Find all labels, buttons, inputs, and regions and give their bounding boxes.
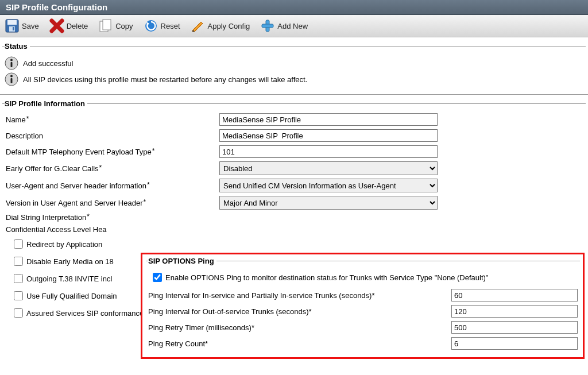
- ping-interval-out-input[interactable]: [451, 305, 578, 318]
- copy-icon: [98, 18, 113, 33]
- assured-label: Assured Services SIP conformance: [26, 309, 144, 318]
- info-icon: [5, 72, 18, 86]
- plus-icon: [260, 18, 275, 33]
- version-label: Version in User Agent and Server Header*: [5, 199, 219, 207]
- copy-label: Copy: [115, 22, 133, 30]
- enable-options-ping-label: Enable OPTIONS Ping to monitor destinati…: [165, 273, 488, 282]
- version-select[interactable]: Major And Minor: [219, 196, 438, 210]
- reset-button[interactable]: Reset: [144, 18, 180, 33]
- status-message-1: Add successful: [23, 59, 73, 68]
- svg-point-10: [10, 59, 13, 61]
- status-message-2: All SIP devices using this profile must …: [23, 75, 307, 84]
- ping-retry-timer-input[interactable]: [451, 321, 578, 324]
- reset-label: Reset: [161, 22, 180, 30]
- use-fqdn-checkbox[interactable]: [14, 291, 23, 300]
- page-title: SIP Profile Configuration: [6, 2, 107, 12]
- sip-options-ping-legend: SIP OPTIONS Ping: [148, 257, 216, 265]
- name-label: Name*: [5, 115, 219, 124]
- default-mtp-input[interactable]: [219, 145, 438, 158]
- info-icon: [5, 56, 18, 70]
- ping-retry-timer-label: Ping Retry Timer (milliseconds)*: [148, 323, 451, 324]
- disable-early-label: Disable Early Media on 18: [26, 257, 114, 266]
- copy-button[interactable]: Copy: [98, 18, 133, 33]
- use-fqdn-label: Use Fully Qualified Domain: [26, 292, 117, 300]
- svg-rect-3: [13, 27, 14, 30]
- ping-interval-in-input[interactable]: [451, 289, 578, 301]
- ping-interval-out-label: Ping Interval for Out-of-service Trunks …: [148, 307, 451, 316]
- sip-profile-info-legend: SIP Profile Information: [5, 99, 87, 108]
- early-offer-label: Early Offer for G.Clear Calls*: [5, 164, 219, 173]
- status-line-2: All SIP devices using this profile must …: [5, 72, 583, 86]
- apply-config-button[interactable]: Apply Config: [191, 18, 250, 33]
- redirect-label: Redirect by Application: [26, 240, 102, 249]
- status-legend: Status: [5, 42, 30, 51]
- svg-rect-5: [103, 20, 111, 30]
- early-offer-select[interactable]: Disabled: [219, 161, 438, 175]
- name-input[interactable]: [219, 113, 438, 126]
- user-agent-select[interactable]: Send Unified CM Version Information as U…: [219, 179, 438, 192]
- svg-rect-11: [11, 62, 13, 67]
- separator: [0, 94, 588, 95]
- save-icon: [5, 18, 20, 33]
- status-line-1: Add successful: [5, 56, 583, 70]
- reset-icon: [144, 18, 158, 33]
- svg-rect-8: [262, 24, 273, 28]
- add-new-label: Add New: [277, 22, 308, 30]
- user-agent-label: User-Agent and Server header information…: [5, 181, 219, 190]
- outgoing-t38-label: Outgoing T.38 INVITE incl: [26, 275, 112, 283]
- sip-options-ping-highlight: SIP OPTIONS Ping Enable OPTIONS Ping to …: [141, 253, 585, 324]
- outgoing-t38-checkbox[interactable]: [14, 274, 23, 283]
- assured-checkbox[interactable]: [14, 308, 23, 318]
- ping-interval-in-label: Ping Interval for In-service and Partial…: [148, 291, 451, 300]
- save-button[interactable]: Save: [5, 18, 39, 33]
- delete-icon: [49, 18, 64, 33]
- status-fieldset: Status Add successful All SIP devices us…: [2, 42, 586, 91]
- page-title-bar: SIP Profile Configuration: [0, 0, 588, 15]
- description-label: Description: [5, 132, 219, 140]
- toolbar: Save Delete Copy Reset Apply Config Add …: [0, 15, 588, 37]
- delete-button[interactable]: Delete: [49, 18, 88, 33]
- delete-label: Delete: [67, 22, 88, 30]
- add-new-button[interactable]: Add New: [260, 18, 308, 33]
- svg-rect-14: [11, 78, 13, 83]
- pencil-icon: [191, 18, 206, 33]
- cal-label: Confidential Access Level Hea: [5, 225, 219, 234]
- dial-string-label: Dial String Interpretation*: [5, 213, 219, 222]
- description-input[interactable]: [219, 129, 438, 142]
- disable-early-checkbox[interactable]: [14, 257, 23, 266]
- apply-config-label: Apply Config: [208, 22, 250, 30]
- save-label: Save: [22, 22, 39, 30]
- svg-rect-1: [7, 20, 17, 25]
- redirect-checkbox[interactable]: [14, 239, 23, 249]
- sip-options-ping-fieldset: SIP OPTIONS Ping Enable OPTIONS Ping to …: [146, 257, 580, 324]
- enable-options-ping-checkbox[interactable]: [153, 273, 162, 282]
- svg-point-13: [10, 75, 13, 78]
- default-mtp-label: Default MTP Telephony Event Payload Type…: [5, 148, 219, 156]
